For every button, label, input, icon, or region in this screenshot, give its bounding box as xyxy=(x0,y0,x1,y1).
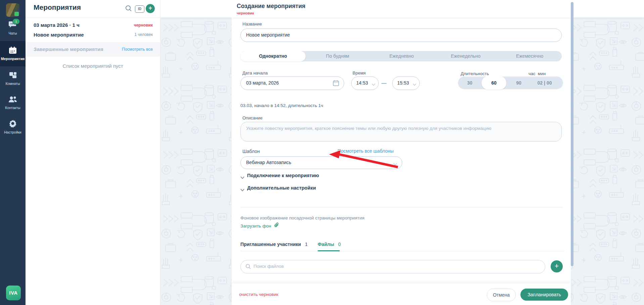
duration-option-90[interactable]: 90 xyxy=(506,77,531,89)
active-tab-underline xyxy=(318,250,340,251)
start-date-input[interactable]: 03 марта, 2026 xyxy=(240,77,344,90)
sidebar-item-label: Настройки xyxy=(0,130,26,134)
sidebar-item-rooms[interactable]: Комнаты xyxy=(0,71,26,86)
name-label: Название xyxy=(242,21,262,27)
chat-icon: 1 xyxy=(8,21,17,30)
completed-events-label: Завершенные мероприятия xyxy=(34,46,103,52)
chevron-down-icon xyxy=(413,81,416,87)
tab-once[interactable]: Однократно xyxy=(240,51,306,61)
event-status-badge: черновик xyxy=(134,23,153,28)
description-placeholder: Укажите повестку мероприятия, краткое по… xyxy=(246,126,491,131)
tab-participants-count: 1 xyxy=(305,242,308,247)
gear-icon xyxy=(8,123,17,129)
create-event-button[interactable]: + xyxy=(146,4,155,13)
tab-participants-label: Приглашенные участники xyxy=(240,242,301,247)
chevron-down-icon xyxy=(240,187,244,193)
app-sidebar: 1 Чаты Мероприятия Комнаты Контакты Наст… xyxy=(0,0,26,305)
description-label: Описание xyxy=(242,115,263,120)
clear-draft-link[interactable]: очистить черновик xyxy=(239,292,278,297)
empty-list-message: Список мероприятий пуст xyxy=(26,63,160,69)
tab-daily[interactable]: Ежедневно xyxy=(370,51,434,61)
tab-files[interactable]: Файлы 0 xyxy=(318,242,341,247)
calendar-picker-icon[interactable] xyxy=(333,80,339,88)
event-editor-form: Название Новое мероприятие Однократно По… xyxy=(232,17,571,305)
name-value: Новое мероприятие xyxy=(246,32,290,38)
completed-events-band: Завершенные мероприятия Посмотреть все xyxy=(26,42,160,56)
duration-units: час мин xyxy=(528,71,546,76)
duration-option-60-active[interactable]: 60 xyxy=(481,76,506,90)
search-icon[interactable] xyxy=(125,5,132,13)
unit-min: мин xyxy=(538,71,546,76)
tab-files-count: 0 xyxy=(338,242,341,247)
sidebar-item-label: Контакты xyxy=(0,106,26,110)
section-connection[interactable]: Подключение к мероприятию xyxy=(247,173,319,178)
add-file-button[interactable]: + xyxy=(551,260,563,272)
start-date-value: 03 марта, 2026 xyxy=(246,80,279,86)
events-panel: Мероприятия ID + 03 марта 2026 · 1 ч чер… xyxy=(26,0,160,305)
sidebar-item-contacts[interactable]: Контакты xyxy=(0,95,26,110)
time-end-value: 15:53 xyxy=(397,80,409,86)
editor-title: Создание мероприятия xyxy=(237,3,305,10)
sidebar-item-settings[interactable]: Настройки xyxy=(0,119,26,134)
panel-title: Мероприятия xyxy=(34,3,81,11)
upload-background-link[interactable]: Загрузить фон xyxy=(240,222,279,228)
event-datetime: 03 марта 2026 · 1 ч xyxy=(34,22,80,28)
vertical-scrollbar[interactable] xyxy=(571,2,573,266)
time-range-dash: — xyxy=(381,80,386,86)
editor-draft-status: черновик xyxy=(237,11,254,15)
event-title: Новое мероприятие xyxy=(34,32,84,38)
schedule-button[interactable]: Запланировать xyxy=(520,289,568,301)
unread-badge: 1 xyxy=(12,18,20,24)
search-icon xyxy=(245,264,251,271)
divider xyxy=(240,251,565,251)
time-start-select[interactable]: 14:53 xyxy=(351,77,379,90)
file-search-placeholder: Поиск файлов xyxy=(254,264,284,269)
description-textarea[interactable]: Укажите повестку мероприятия, краткое по… xyxy=(240,122,562,142)
rooms-icon xyxy=(8,74,17,80)
tab-files-label: Файлы xyxy=(318,242,334,247)
time-end-select[interactable]: 15:53 xyxy=(392,77,420,90)
sidebar-item-label: Мероприятия xyxy=(0,57,26,61)
event-participants: 1 человек xyxy=(134,32,153,37)
chevron-down-icon xyxy=(393,161,397,167)
cancel-button[interactable]: Отмена xyxy=(487,289,516,301)
tab-weekdays[interactable]: По будням xyxy=(306,51,370,61)
user-avatar[interactable] xyxy=(6,3,19,17)
view-all-link[interactable]: Посмотреть все xyxy=(122,47,153,52)
divider xyxy=(26,17,160,18)
main-area: Создание мероприятия черновик Название Н… xyxy=(160,0,644,305)
template-label: Шаблон xyxy=(242,149,260,154)
chevron-down-icon xyxy=(372,81,375,87)
upload-background-text: Загрузить фон xyxy=(240,223,271,228)
sidebar-item-label: Комнаты xyxy=(0,82,26,86)
id-button[interactable]: ID xyxy=(135,5,144,13)
duration-label: Длительность xyxy=(461,71,489,76)
sidebar-item-label: Чаты xyxy=(0,31,26,35)
section-advanced[interactable]: Дополнительные настройки xyxy=(247,185,316,191)
name-input[interactable]: Новое мероприятие xyxy=(240,29,562,42)
time-start-value: 14:53 xyxy=(356,80,368,86)
paperclip-icon xyxy=(274,223,279,228)
calendar-icon xyxy=(8,50,17,55)
sidebar-item-chats[interactable]: 1 Чаты xyxy=(0,21,26,35)
tab-weekly[interactable]: Еженедельно xyxy=(434,51,498,61)
duration-option-30[interactable]: 30 xyxy=(458,77,481,89)
tab-monthly[interactable]: Ежемесячно xyxy=(498,51,562,61)
tab-participants[interactable]: Приглашенные участники 1 xyxy=(240,242,308,247)
schedule-summary: 03.03, начало в 14:52, длительность 1ч xyxy=(240,103,323,108)
contacts-icon xyxy=(8,99,17,104)
unit-hour: час xyxy=(528,71,536,76)
iva-logo[interactable]: IVA xyxy=(6,286,21,300)
file-search-input[interactable]: Поиск файлов xyxy=(240,260,545,273)
view-all-templates-link[interactable]: Посмотреть все шаблоны xyxy=(337,148,394,154)
duration-custom-value[interactable]: 02 | 00 xyxy=(531,77,558,89)
date-label: Дата начала xyxy=(242,70,268,75)
template-select[interactable]: Вебинар Автозапись xyxy=(240,156,402,169)
chevron-down-icon xyxy=(240,174,244,181)
sidebar-item-events[interactable]: Мероприятия xyxy=(0,46,26,61)
duration-segmented-control: 30 60 90 02 | 00 xyxy=(458,77,563,89)
editor-footer: очистить черновик Отмена Запланировать xyxy=(232,284,571,305)
background-image-label: Фоновое изображение посадочной страницы … xyxy=(240,215,364,220)
time-label: Время xyxy=(353,70,366,75)
divider xyxy=(240,207,563,207)
